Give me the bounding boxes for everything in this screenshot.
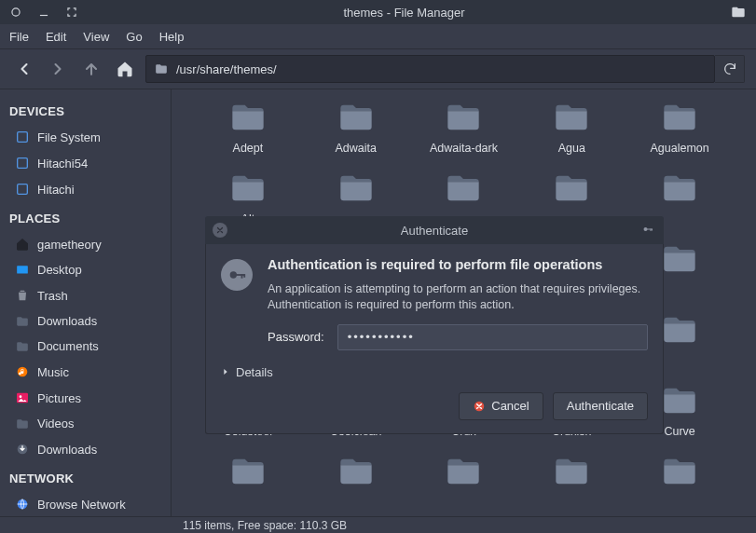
window-title: themes - File Manager [93,6,715,20]
maximize-icon[interactable] [65,6,78,19]
dialog-body-text: An application is attempting to perform … [268,281,648,313]
folder-icon [438,170,488,207]
folder-icon [331,99,381,136]
svg-rect-12 [647,228,653,229]
folder-item[interactable]: Adwaita [302,99,410,155]
folder-icon [438,99,488,136]
svg-rect-3 [18,158,28,169]
status-bar: 115 items, Free space: 110.3 GB [0,516,756,533]
password-label: Password: [268,330,324,344]
sidebar-item-filesystem[interactable]: File System [0,124,171,150]
svg-point-0 [12,8,20,16]
folder-icon [654,453,705,490]
dialog-heading: Authentication is required to perform fi… [268,257,648,272]
svg-rect-17 [241,274,243,279]
dialog-title: Authenticate [205,224,664,238]
content-area: AdeptAdwaitaAdwaita-darkAguaAgualemonAlt… [172,89,756,516]
svg-rect-16 [235,274,244,276]
forward-button[interactable] [45,56,71,82]
svg-rect-18 [243,274,245,278]
folder-item[interactable] [517,453,625,496]
folder-label: Agualemon [650,142,708,155]
authenticate-dialog: Authenticate Authentication is required … [205,216,664,434]
authenticate-button[interactable]: Authenticate [553,392,648,420]
sidebar: DEVICES File System Hitachi54 Hitachi PL… [0,89,172,516]
sidebar-item-home[interactable]: gametheory [0,231,171,257]
svg-rect-5 [17,266,28,273]
folder-item[interactable]: Adwaita-dark [410,99,518,155]
window-titlebar: themes - File Manager [0,0,756,24]
folder-item[interactable] [302,453,410,496]
folder-icon [654,170,705,207]
sidebar-item-music[interactable]: Music [0,359,171,385]
sidebar-item-disk1[interactable]: Hitachi54 [0,150,171,176]
chevron-right-icon [221,367,230,376]
svg-rect-1 [40,15,48,16]
folder-label: Adwaita [335,142,376,155]
folder-item[interactable]: Adept [194,99,302,155]
dialog-titlebar[interactable]: Authenticate [205,216,664,244]
folder-icon [331,453,381,490]
sidebar-head-places: PLACES [0,202,171,231]
folder-label: Curve [664,425,694,438]
folder-icon [223,170,273,207]
refresh-button[interactable] [715,55,745,83]
menu-bar: File Edit View Go Help [0,24,756,48]
folder-icon [546,453,597,490]
up-button[interactable] [78,56,104,82]
sidebar-head-network: NETWORK [0,462,171,491]
minimize-icon[interactable] [37,6,50,19]
folder-icon [438,453,488,490]
sidebar-item-downloads2[interactable]: Downloads [0,436,171,462]
folder-icon [546,170,597,207]
svg-rect-13 [651,228,652,231]
sidebar-item-desktop[interactable]: Desktop [0,257,171,282]
menu-edit[interactable]: Edit [46,30,66,44]
menu-file[interactable]: File [9,30,29,44]
password-input[interactable] [337,324,648,350]
folder-item[interactable] [410,453,518,496]
folder-icon [223,453,273,490]
folder-icon [331,170,381,207]
folder-icon [546,99,597,136]
folder-icon [223,99,273,136]
key-icon [639,224,656,238]
folder-item[interactable]: Agua [517,99,625,155]
toolbar: /usr/share/themes/ [0,48,756,89]
address-path: /usr/share/themes/ [176,62,277,76]
sidebar-item-network[interactable]: Browse Network [0,491,171,516]
key-badge-icon [221,259,253,291]
svg-rect-4 [18,184,28,195]
folder-item[interactable] [625,453,734,496]
details-expander[interactable]: Details [221,365,648,379]
svg-rect-14 [652,228,653,230]
address-bar[interactable]: /usr/share/themes/ [145,55,715,83]
sidebar-item-downloads[interactable]: Downloads [0,308,171,334]
window-menu-icon[interactable] [9,6,22,19]
folder-label: Agua [558,142,585,155]
sidebar-item-pictures[interactable]: Pictures [0,385,171,411]
folder-icon [654,99,705,136]
home-button[interactable] [112,56,138,82]
folder-item[interactable] [194,453,302,496]
menu-view[interactable]: View [83,30,109,44]
close-icon[interactable] [213,223,227,238]
folder-label: Adwaita-dark [430,142,498,155]
folder-icon [730,5,747,20]
status-text: 115 items, Free space: 110.3 GB [183,519,347,532]
sidebar-item-trash[interactable]: Trash [0,282,171,308]
cancel-button[interactable]: Cancel [459,392,543,420]
sidebar-item-documents[interactable]: Documents [0,334,171,359]
sidebar-item-disk2[interactable]: Hitachi [0,176,171,202]
back-button[interactable] [11,56,37,82]
folder-label: Adept [233,142,264,155]
menu-help[interactable]: Help [159,30,185,44]
sidebar-head-devices: DEVICES [0,95,171,124]
sidebar-item-videos[interactable]: Videos [0,411,171,436]
svg-point-8 [20,395,22,398]
menu-go[interactable]: Go [126,30,142,44]
cancel-icon [473,400,486,413]
folder-item[interactable]: Agualemon [625,99,734,155]
svg-rect-2 [18,132,28,143]
